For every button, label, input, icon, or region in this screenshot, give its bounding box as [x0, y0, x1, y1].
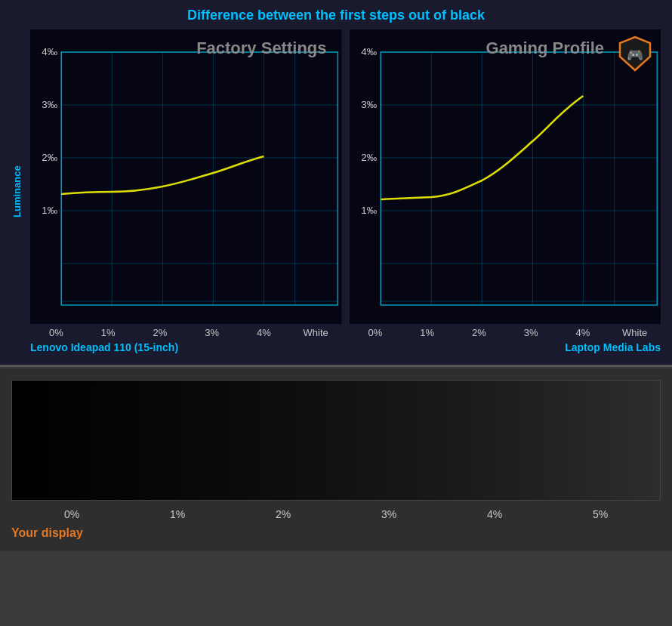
- x-label: 4%: [238, 327, 290, 338]
- display-x-label: 3%: [381, 508, 396, 520]
- display-chart-wrapper: [11, 380, 661, 501]
- svg-text:2‰: 2‰: [42, 152, 57, 163]
- factory-device-label: Lenovo Ideapad 110 (15-inch): [30, 341, 342, 353]
- display-x-label: 5%: [593, 508, 608, 520]
- svg-text:3‰: 3‰: [42, 99, 57, 110]
- gaming-x-labels: 0% 1% 2% 3% 4% White: [350, 324, 661, 338]
- display-gradient: [12, 381, 660, 500]
- factory-chart-wrapper: Factory Settings: [30, 29, 342, 324]
- factory-chart-container: Factory Settings: [30, 29, 342, 353]
- x-label: 1%: [82, 327, 134, 338]
- x-label: 0%: [30, 327, 82, 338]
- svg-text:1‰: 1‰: [42, 205, 57, 216]
- gaming-chart-wrapper: Gaming Profile 🎮: [350, 29, 661, 324]
- x-label: 3%: [186, 327, 238, 338]
- x-label: 1%: [401, 327, 453, 338]
- display-x-label: 4%: [487, 508, 502, 520]
- factory-x-labels: 0% 1% 2% 3% 4% White: [30, 324, 342, 338]
- display-x-label: 2%: [276, 508, 291, 520]
- x-label: White: [290, 327, 342, 338]
- top-section: Difference between the first steps out o…: [0, 0, 672, 367]
- chart-title: Difference between the first steps out o…: [11, 8, 661, 23]
- charts-row: Luminance Factory Settings: [11, 29, 661, 353]
- x-label: 2%: [134, 327, 186, 338]
- factory-chart-svg: 4‰ 3‰ 2‰ 1‰: [30, 29, 342, 324]
- gaming-chart-container: Gaming Profile 🎮: [350, 29, 661, 353]
- svg-text:🎮: 🎮: [627, 47, 644, 63]
- x-label: 4%: [557, 327, 609, 338]
- gaming-chart-svg: 4‰ 3‰ 2‰ 1‰: [350, 29, 661, 324]
- gaming-profile-label: Gaming Profile: [486, 39, 604, 58]
- display-x-labels: 0% 1% 2% 3% 4% 5%: [11, 508, 661, 520]
- x-label: White: [609, 327, 661, 338]
- gaming-icon: 🎮: [617, 35, 653, 72]
- display-x-label: 0%: [64, 508, 79, 520]
- x-label: 3%: [505, 327, 557, 338]
- x-label: 2%: [453, 327, 505, 338]
- svg-text:1‰: 1‰: [361, 205, 377, 216]
- svg-text:4‰: 4‰: [42, 46, 57, 57]
- svg-text:2‰: 2‰: [361, 152, 377, 163]
- display-x-label: 1%: [170, 508, 185, 520]
- svg-text:3‰: 3‰: [361, 99, 377, 110]
- y-axis-label: Luminance: [11, 33, 23, 350]
- x-label: 0%: [350, 327, 402, 338]
- svg-text:4‰: 4‰: [361, 46, 377, 57]
- bottom-section: 0% 1% 2% 3% 4% 5% Your display: [0, 369, 672, 551]
- factory-settings-label: Factory Settings: [196, 39, 326, 58]
- your-display-label: Your display: [11, 526, 661, 540]
- gaming-device-label: Laptop Media Labs: [350, 341, 661, 353]
